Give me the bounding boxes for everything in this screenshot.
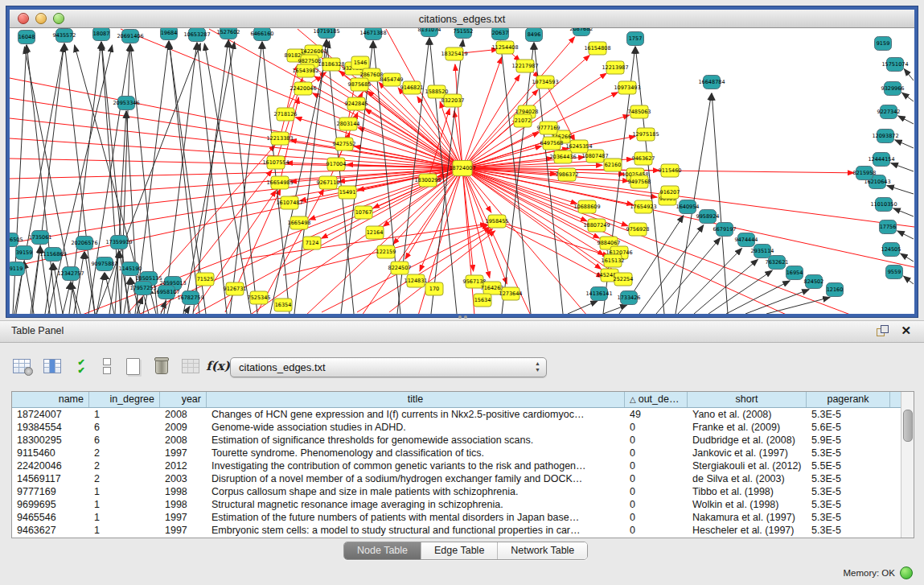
graph-node-label: 22420046 — [290, 85, 316, 92]
graph-node-label: 18807249 — [583, 222, 610, 229]
function-builder-icon[interactable]: f(x) — [206, 354, 230, 378]
column-header-title[interactable]: title — [207, 392, 625, 407]
status-bar: Memory: OK — [0, 562, 924, 585]
table-row[interactable]: 1938455462009Genome-wide association stu… — [12, 421, 901, 434]
column-header-short[interactable]: short — [688, 392, 807, 407]
cell-in_degree: 1 — [89, 498, 160, 511]
column-header-name[interactable]: name — [12, 392, 89, 407]
panel-splitter-handle[interactable] — [455, 315, 470, 319]
graph-node-label: 16354 — [275, 302, 292, 308]
cell-pagerank: 5.3E-5 — [807, 498, 890, 511]
cell-year: 2008 — [160, 408, 207, 421]
delete-table-icon[interactable] — [150, 354, 174, 378]
cell-name: 9699695 — [12, 498, 89, 511]
row-height-icon[interactable] — [95, 354, 119, 378]
table-row[interactable]: 1830029562008Estimation of significance … — [12, 434, 901, 447]
dropdown-arrows-icon: ▲▼ — [535, 360, 540, 373]
network-graph-canvas[interactable]: 1604894355721808720691406196841065328715… — [10, 28, 914, 314]
close-panel-icon[interactable]: ✕ — [901, 323, 911, 338]
cell-short: Franke et al. (2009) — [688, 421, 807, 434]
scrollbar-thumb[interactable] — [903, 410, 913, 442]
graph-node-label: 9756928 — [626, 226, 650, 233]
column-header-pagerank[interactable]: pagerank — [807, 392, 890, 407]
cell-in_degree: 6 — [89, 421, 160, 434]
select-columns-icon[interactable] — [40, 354, 64, 378]
black-edge — [72, 282, 80, 314]
table-row[interactable]: 911546021997Tourette syndrome. Phenomeno… — [12, 447, 901, 459]
graph-node-label: 9427552 — [333, 141, 356, 147]
black-edge — [164, 43, 197, 314]
cell-in_degree: 1 — [89, 511, 160, 524]
cell-out_degree: 49 — [625, 408, 688, 421]
select-rows-icon[interactable]: ✔✔ — [69, 354, 93, 378]
zoom-window-button[interactable] — [53, 13, 64, 24]
graph-node-label: 8496 — [528, 31, 541, 38]
table-row[interactable]: 946554611997Estimation of the future num… — [12, 511, 901, 524]
table-toolbar: ✔✔ f(x) citations_edges.txt ▲▼ — [0, 346, 924, 386]
cell-pagerank: 5.6E-5 — [807, 421, 890, 434]
black-edge — [893, 208, 914, 216]
column-header-year[interactable]: year — [160, 392, 207, 407]
cell-year: 1997 — [160, 511, 207, 524]
table-row[interactable]: 946362711997Embryonic stem cells: a mode… — [12, 524, 901, 537]
graph-node-label: 1615132 — [602, 257, 625, 264]
graph-node-label: 12213987 — [602, 64, 628, 71]
graph-node-label: 824502 — [804, 278, 824, 285]
column-header-in_degree[interactable]: in_degree — [89, 392, 160, 407]
black-edge — [904, 69, 914, 80]
cell-year: 1997 — [160, 447, 207, 459]
graph-node-label: 9559 — [888, 269, 901, 275]
graph-node-label: 20953346 — [113, 100, 139, 106]
column-header-out_degree[interactable]: △out_de… — [625, 392, 688, 407]
graph-node-label: 71525 — [197, 276, 214, 282]
graph-node-label: 12164 — [367, 229, 384, 236]
cell-short: Wolkin et al. (1998) — [688, 498, 807, 511]
graph-node-label: 170 — [429, 286, 439, 292]
table-row[interactable]: 1456911722003Disruption of a novel membe… — [12, 472, 901, 485]
tab-network-table[interactable]: Network Table — [498, 542, 587, 559]
table-settings-icon[interactable] — [10, 354, 34, 378]
graph-node-label: 11010350 — [870, 201, 897, 208]
black-edge — [230, 42, 262, 314]
table-body: 1872400712008Changes of HCN gene express… — [12, 408, 901, 537]
float-panel-icon[interactable] — [877, 325, 889, 337]
table-row[interactable]: 1872400712008Changes of HCN gene express… — [12, 408, 901, 421]
tab-edge-table[interactable]: Edge Table — [421, 542, 498, 559]
black-edge — [891, 163, 914, 171]
cell-short: de Silva et al. (2003) — [688, 472, 807, 485]
network-window-titlebar[interactable]: citations_edges.txt — [10, 10, 914, 28]
cell-title: Embryonic stem cells: a model to study s… — [207, 524, 625, 537]
cell-pagerank: 5.3E-5 — [807, 472, 890, 485]
black-edge — [712, 93, 728, 314]
selector-value: citations_edges.txt — [239, 361, 326, 373]
table-vertical-scrollbar[interactable] — [901, 392, 914, 538]
new-table-icon[interactable] — [121, 354, 145, 378]
tab-node-table[interactable]: Node Table — [344, 542, 421, 559]
network-table-selector[interactable]: citations_edges.txt ▲▼ — [230, 357, 547, 377]
black-edge — [169, 41, 199, 314]
cell-name: 19384554 — [12, 421, 89, 434]
cell-short: Nakamura et al. (1997) — [688, 511, 807, 524]
graph-node-label: 9463627 — [632, 155, 655, 162]
network-view-window: citations_edges.txt 16048943557218087206… — [6, 6, 918, 317]
graph-node-label: 8454749 — [380, 76, 404, 83]
table-row[interactable]: 969969511998Structural magnetic resonanc… — [12, 498, 901, 511]
graph-node-label: 10767 — [355, 209, 372, 216]
cell-year: 2008 — [160, 434, 207, 447]
red-edge — [362, 168, 462, 314]
close-window-button[interactable] — [18, 13, 29, 24]
cell-name: 22420046 — [12, 459, 89, 472]
cell-out_degree: 0 — [625, 459, 688, 472]
cell-year: 1998 — [160, 485, 207, 498]
black-edge — [603, 305, 627, 314]
cell-out_degree: 0 — [625, 485, 688, 498]
graph-node-label: 751552 — [454, 28, 474, 35]
minimize-window-button[interactable] — [35, 13, 47, 24]
cell-out_degree: 0 — [625, 524, 688, 537]
table-row[interactable]: 977716911998Corpus callosum shape and si… — [12, 485, 901, 498]
cell-title: Changes of HCN gene expression and I(f) … — [207, 408, 625, 421]
graph-node-label: 9242845 — [345, 101, 368, 107]
table-row[interactable]: 2242004622012Investigating the contribut… — [12, 459, 901, 472]
graph-node-label: 9875685 — [348, 81, 372, 88]
graph-node-label: 1273644 — [499, 290, 523, 297]
